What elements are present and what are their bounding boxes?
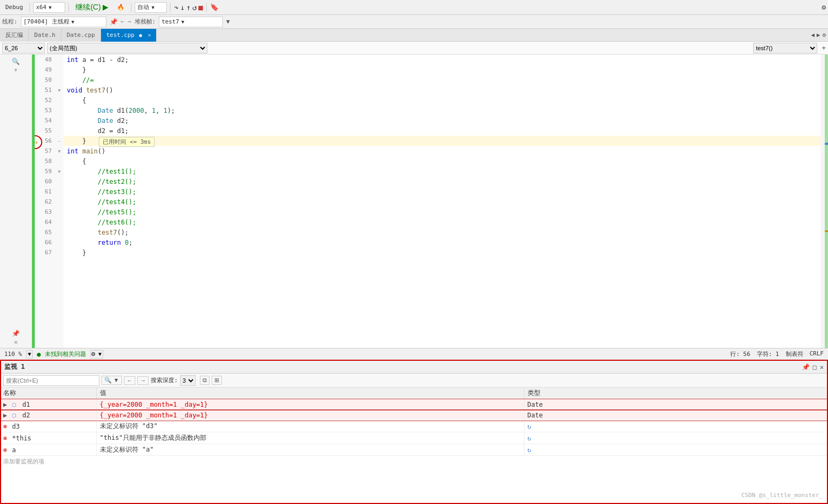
minimap-warning-indicator: [825, 230, 828, 232]
watch-row-a[interactable]: ⊗ a 未定义标识符 "a" ↻: [0, 444, 828, 456]
fold-51[interactable]: ▼: [58, 85, 60, 95]
watermark: CSDN @s_little_monster_: [741, 492, 823, 499]
sep1: [29, 3, 30, 12]
depth-dropdown[interactable]: 3: [180, 375, 196, 386]
error-this-icon: ⊗: [3, 435, 7, 442]
code-line-66: return 0;: [64, 237, 821, 247]
watch-search-input[interactable]: [3, 375, 99, 386]
tab-disasm[interactable]: 反汇编: [0, 29, 29, 42]
fire-button[interactable]: 🔥: [114, 3, 128, 12]
expand-d1-icon[interactable]: ▶: [3, 401, 7, 408]
status-bar: 110 % ▼ ● 未找到相关问题 ⚙ ▼ 行: 56 字符: 1 制表符 CR…: [0, 348, 828, 360]
watch-add-row[interactable]: 添加要监视的项: [0, 456, 828, 467]
settings-icon[interactable]: ⚙: [822, 3, 826, 11]
scope-dropdown[interactable]: 6_26: [2, 43, 45, 53]
stack-expand-icon[interactable]: ▼: [226, 18, 230, 25]
watch-next-btn[interactable]: →: [137, 376, 149, 385]
step-in-icon[interactable]: ↓: [180, 3, 184, 12]
code-line-48: int a = d1 - d2;: [64, 55, 821, 65]
expand-d2-icon[interactable]: ▶: [3, 412, 7, 419]
watch-close-icon[interactable]: ✕: [820, 363, 824, 371]
fold-57[interactable]: ▼: [58, 146, 60, 156]
cube-d1-icon: ⬡: [12, 402, 17, 408]
tab-left-icon[interactable]: ◀: [811, 32, 815, 38]
col-value: 值: [96, 387, 524, 399]
tab-date-cpp[interactable]: Date.cpp: [61, 29, 101, 42]
line-num-65: 65: [35, 227, 55, 237]
depth-label: 搜索深度:: [151, 376, 178, 384]
watch-table: 名称 值 类型 ▶ ⬡ d1 {_year=2000 _month=1 _day…: [0, 387, 828, 504]
bookmark-icon[interactable]: 🔖: [210, 3, 219, 11]
context-dropdown[interactable]: (全局范围): [47, 43, 207, 53]
search-button[interactable]: 🔍: [10, 57, 22, 66]
status-text: 未找到相关问题: [45, 350, 86, 358]
stop-icon[interactable]: ■: [198, 3, 203, 12]
col-info: 字符: 1: [757, 350, 779, 358]
stack-dropdown[interactable]: test7 ▼: [159, 17, 223, 27]
a-name: a: [12, 446, 16, 454]
d2-value: {_year=2000 _month=1 _day=1}: [96, 410, 524, 421]
stack-label: 堆栈帧:: [135, 18, 156, 26]
watch-pin-icon[interactable]: 📌: [802, 363, 810, 371]
copy-watch-btn[interactable]: ⧉: [200, 376, 210, 385]
actions-btn[interactable]: ⚙ ▼: [90, 350, 103, 359]
fold-59[interactable]: ▼: [58, 166, 60, 176]
tab-test-cpp[interactable]: test.cpp ● ✕: [101, 29, 157, 42]
watch-row-d1[interactable]: ▶ ⬡ d1 {_year=2000 _month=1 _day=1} Date: [0, 399, 828, 410]
minimap-current-indicator: [825, 143, 828, 145]
pin-sidebar-icon[interactable]: 📌: [12, 330, 20, 337]
debug-mode-btn[interactable]: Debug: [2, 3, 26, 12]
line-num-50: 50: [35, 75, 55, 85]
code-content[interactable]: int a = d1 - d2; } //= void test7() { Da…: [64, 55, 821, 348]
watch-prev-btn[interactable]: ←: [124, 376, 135, 385]
tab-close-icon[interactable]: ✕: [148, 32, 151, 38]
refresh-this-icon[interactable]: ↻: [528, 435, 531, 442]
line-num-62: 62: [35, 197, 55, 207]
line-num-54: 54: [35, 115, 55, 126]
watch-float-icon[interactable]: □: [813, 363, 817, 371]
arch-dropdown[interactable]: x64 ▼: [33, 2, 65, 13]
tab-right-icon[interactable]: ▶: [817, 32, 821, 38]
fold-56[interactable]: –: [58, 136, 60, 146]
refresh-a-icon[interactable]: ↻: [528, 446, 531, 454]
minimap: [821, 55, 828, 348]
watch-row-this[interactable]: ⊗ *this "this"只能用于非静态成员函数内部 ↻: [0, 432, 828, 444]
tab-bar: 反汇编 Date.h Date.cpp test.cpp ● ✕ ◀ ▶ ⚙: [0, 29, 828, 42]
code-line-67: }: [64, 247, 821, 258]
watch-row-d3[interactable]: ⊗ d3 未定义标识符 "d3" ↻: [0, 421, 828, 432]
line-num-58: 58: [35, 156, 55, 166]
tab-settings-icon[interactable]: ⚙: [822, 32, 826, 38]
toolbar-top: Debug x64 ▼ 继续(C) ▶ 🔥 自动 ▼ ↷ ↓ ↑ ↺ ■ 🔖 ⚙: [0, 0, 828, 15]
watch-row-d2[interactable]: ▶ ⬡ d2 {_year=2000 _month=1 _day=1} Date: [0, 410, 828, 421]
line-num-59: 59: [35, 166, 55, 176]
code-line-55: d2 = d1;: [64, 126, 821, 136]
toolbar-second: 线程: [70404] 主线程 ▼ 📌 ← → 堆栈帧: test7 ▼ ▼: [0, 15, 828, 29]
d3-type: ↻: [524, 421, 828, 432]
code-line-52: {: [64, 95, 821, 105]
close-sidebar-icon[interactable]: ✕: [14, 338, 18, 346]
zoom-dropdown-btn[interactable]: ▼: [26, 350, 33, 359]
line-numbers: 48 49 50 51 52 53 54 55 56 57 58 59 60 6…: [35, 55, 55, 348]
line-num-49: 49: [35, 65, 55, 75]
status-bar-right: 行: 56 字符: 1 制表符 CRLF: [730, 350, 824, 358]
restart-icon[interactable]: ↺: [192, 3, 197, 12]
error-d3-icon: ⊗: [3, 423, 7, 430]
continue-button[interactable]: 继续(C) ▶: [72, 2, 112, 13]
add-member-icon[interactable]: +: [822, 44, 826, 52]
function-dropdown[interactable]: test7(): [753, 43, 817, 53]
minimap-green-bar: [825, 55, 828, 348]
refresh-d3-icon[interactable]: ↻: [528, 423, 531, 430]
watch-title: 监视 1: [4, 362, 25, 371]
auto-dropdown[interactable]: 自动 ▼: [135, 2, 167, 13]
tab-date-h[interactable]: Date.h: [29, 29, 61, 42]
expand-watch-btn[interactable]: ⊞: [212, 376, 222, 385]
zoom-level: 110 %: [4, 351, 22, 358]
code-region: 48 49 50 51 52 53 54 55 56 57 58 59 60 6…: [35, 55, 828, 348]
step-over-icon[interactable]: ↷: [174, 3, 178, 12]
step-out-icon[interactable]: ↑: [186, 3, 190, 12]
code-line-61: //test3();: [64, 187, 821, 197]
thread-dropdown[interactable]: [70404] 主线程 ▼: [21, 17, 106, 27]
a-value: 未定义标识符 "a": [96, 444, 524, 456]
watch-search-button[interactable]: 🔍 ▼: [102, 376, 122, 385]
line-num-66: 66: [35, 237, 55, 247]
